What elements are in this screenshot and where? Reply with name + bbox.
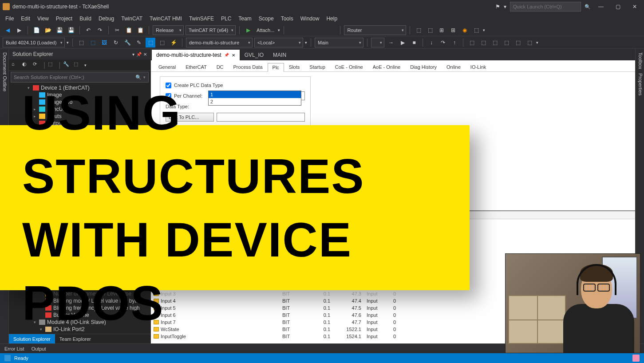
menu-debug[interactable]: Debug — [95, 16, 118, 22]
tab-solution-explorer[interactable]: Solution Explorer — [9, 334, 55, 343]
tc-g-icon[interactable]: ⬚ — [146, 38, 155, 47]
menu-plc[interactable]: PLC — [217, 16, 235, 22]
tc-c-icon[interactable]: 🖼 — [99, 38, 109, 47]
paste-button[interactable]: 📋 — [135, 25, 145, 35]
subtab-plc[interactable]: Plc — [268, 63, 284, 72]
dbg-a-icon[interactable]: → — [386, 38, 396, 47]
subtab-startup[interactable]: Startup — [304, 63, 330, 71]
subtab-general[interactable]: General — [154, 63, 181, 71]
misc-b-icon[interactable]: ⬚ — [478, 38, 488, 47]
build-combo[interactable]: Build 4024.10 (Loaded) — [3, 38, 65, 47]
close-button[interactable]: ✕ — [628, 2, 641, 12]
cut-button[interactable]: ✂ — [112, 25, 122, 35]
router-combo[interactable]: Router — [344, 25, 406, 35]
project-combo[interactable]: demo-multi-io-structure — [186, 38, 253, 47]
doctab-main[interactable]: MAIN — [269, 50, 291, 60]
tab-error-list[interactable]: Error List — [4, 346, 24, 351]
tool-c-icon[interactable]: ⊞ — [437, 25, 446, 35]
tool-f-icon[interactable]: ⬚ — [471, 25, 481, 35]
step-a-icon[interactable]: ↓ — [427, 38, 436, 47]
menu-window[interactable]: Window — [297, 16, 323, 22]
tool-b-icon[interactable]: ⬚ — [425, 25, 435, 35]
platform-combo[interactable]: TwinCAT RT (x64) — [186, 25, 236, 35]
misc-c-icon[interactable]: ⬚ — [490, 38, 500, 47]
dbg-b-icon[interactable]: ▶ — [398, 38, 407, 47]
tc-i-icon[interactable]: ⚡ — [169, 38, 178, 47]
config-combo[interactable]: Release — [153, 25, 184, 35]
save-button[interactable]: 💾 — [55, 25, 64, 35]
minimize-button[interactable]: — — [594, 2, 608, 12]
subtab-io-link[interactable]: IO-Link — [466, 63, 491, 71]
tool-e-icon[interactable]: ◉ — [460, 25, 470, 35]
redo-button[interactable]: ↷ — [95, 25, 105, 35]
run-button[interactable]: ▶ — [243, 25, 253, 35]
tc-a-icon[interactable]: ⬚ — [76, 38, 86, 47]
se-b-icon[interactable]: ⟳ — [33, 61, 41, 69]
dbg-c-icon[interactable]: ■ — [409, 38, 419, 47]
tool-d-icon[interactable]: ⊞ — [448, 25, 458, 35]
panel-close-icon[interactable]: ✕ — [143, 52, 147, 57]
menu-scope[interactable]: Scope — [255, 16, 277, 22]
step-b-icon[interactable]: ↷ — [438, 38, 448, 47]
back-button[interactable]: ◀ — [3, 25, 12, 35]
forward-button[interactable]: ▶ — [14, 25, 24, 35]
tc-f-icon[interactable]: ✎ — [134, 38, 144, 47]
menu-twincat-hmi[interactable]: TwinCAT HMI — [146, 16, 186, 22]
menu-edit[interactable]: Edit — [17, 16, 34, 22]
notify-icon[interactable]: ▾ — [504, 4, 506, 10]
subtab-online[interactable]: Online — [442, 63, 466, 71]
subtab-aoe-online[interactable]: AoE - Online — [368, 63, 405, 71]
target-combo[interactable]: <Local> — [254, 38, 303, 47]
saveall-button[interactable]: 💾 — [66, 25, 76, 35]
subtab-ethercat[interactable]: EtherCAT — [181, 63, 211, 71]
tc-e-icon[interactable]: 🔧 — [122, 38, 132, 47]
panel-pin-icon[interactable]: 📌 — [136, 52, 142, 57]
menu-help[interactable]: Help — [323, 16, 341, 22]
misc-a-icon[interactable]: ⬚ — [467, 38, 477, 47]
menu-twincat[interactable]: TwinCAT — [118, 16, 146, 22]
undo-button[interactable]: ↶ — [83, 25, 93, 35]
status-right-icon[interactable] — [632, 355, 640, 362]
menu-file[interactable]: File — [2, 16, 17, 22]
flag-icon[interactable]: ⚑ — [495, 4, 500, 10]
routine-combo[interactable]: Main — [315, 38, 363, 47]
subtab-slots[interactable]: Slots — [284, 63, 304, 71]
tc-h-icon[interactable]: ⬚ — [157, 38, 167, 47]
tab-team-explorer[interactable]: Team Explorer — [55, 334, 95, 343]
se-d-icon[interactable]: ⬚ — [74, 61, 82, 69]
subtab-dc[interactable]: DC — [212, 63, 229, 71]
se-c-icon[interactable]: ⬚ — [48, 61, 56, 69]
doctab-demo-multi-io-structure-test[interactable]: demo-multi-io-structure-test📌✕ — [152, 50, 240, 60]
attach-label[interactable]: Attach... — [255, 28, 276, 33]
menu-project[interactable]: Project — [52, 16, 76, 22]
step-c-icon[interactable]: ↑ — [450, 38, 459, 47]
se-home-icon[interactable]: ⌂ — [12, 61, 20, 69]
menu-team[interactable]: Team — [235, 16, 255, 22]
subtab-coe-online[interactable]: CoE - Online — [330, 63, 368, 71]
panel-dropdown-icon[interactable]: ▾ — [132, 52, 134, 57]
misc-d-icon[interactable]: ⬚ — [502, 38, 511, 47]
open-button[interactable]: 📂 — [43, 25, 53, 35]
document-tabs: demo-multi-io-structure-test📌✕GVL_IOMAIN — [151, 49, 635, 60]
se-wrench-icon[interactable]: 🔧 — [63, 61, 71, 69]
menu-view[interactable]: View — [34, 16, 52, 22]
tc-d-icon[interactable]: ↻ — [111, 38, 121, 47]
search-icon[interactable]: 🔍 — [585, 4, 591, 10]
tc-b-icon[interactable]: ⬚ — [88, 38, 98, 47]
empty-combo[interactable] — [371, 38, 384, 47]
copy-button[interactable]: 📋 — [124, 25, 134, 35]
maximize-button[interactable]: ▢ — [611, 2, 624, 12]
quick-launch-input[interactable] — [510, 2, 581, 12]
new-button[interactable]: 📄 — [32, 25, 41, 35]
menu-twinsafe[interactable]: TwinSAFE — [186, 16, 217, 22]
se-a-icon[interactable]: ◐ — [22, 61, 30, 69]
subtab-process-data[interactable]: Process Data — [229, 63, 268, 71]
doctab-gvl-io[interactable]: GVL_IO — [240, 50, 268, 60]
misc-e-icon[interactable]: ⬚ — [513, 38, 523, 47]
menu-tools[interactable]: Tools — [277, 16, 297, 22]
tool-a-icon[interactable]: ⬚ — [414, 25, 423, 35]
subtab-diag-history[interactable]: Diag History — [405, 63, 442, 71]
misc-f-icon[interactable]: ⬚ — [525, 38, 534, 47]
tab-output[interactable]: Output — [32, 346, 46, 351]
menu-build[interactable]: Build — [76, 16, 95, 22]
